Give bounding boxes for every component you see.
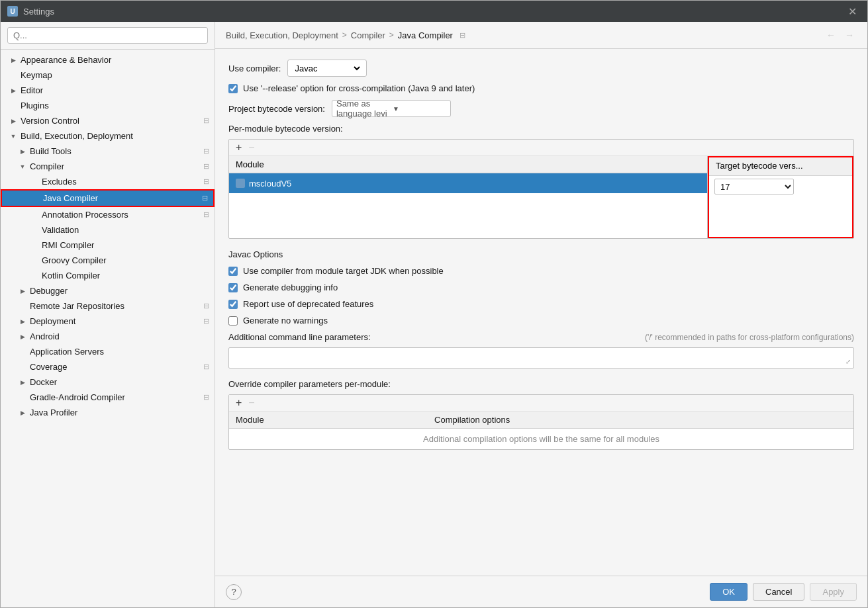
settings-icon: ⊟ [203,302,209,310]
override-section-title: Override compiler parameters per-module: [228,379,854,389]
opt1-checkbox[interactable] [228,267,238,276]
opt4-row: Generate no warnings [228,316,854,326]
sidebar-item-groovycompiler[interactable]: ▶ Groovy Compiler [1,253,215,268]
bytecode-version-dropdown[interactable]: Same as language levi ▼ [332,100,451,117]
module-icon [236,179,245,188]
breadcrumb-settings-icon: ⊟ [459,31,465,40]
opt2-checkbox[interactable] [228,283,238,292]
target-column: Target bytecode vers... 17 [708,156,853,238]
close-button[interactable]: ✕ [844,4,861,19]
arrow-icon: ▶ [18,408,27,417]
sidebar-item-appservers[interactable]: ▶ Application Servers [1,344,215,359]
target-empty-area [709,197,852,237]
remove-module-button[interactable]: − [247,142,256,153]
cmd-input-container: ⤢ [228,347,854,369]
bottom-buttons: OK Cancel Apply [710,583,857,601]
apply-button[interactable]: Apply [810,583,857,601]
use-compiler-label: Use compiler: [228,64,281,73]
cancel-button[interactable]: Cancel [753,583,804,601]
release-option-checkbox[interactable] [228,84,238,93]
settings-content: Use compiler: Javac Use '--release' opti… [215,49,867,576]
per-module-table-container: + − Module mscloudV5 [228,139,854,239]
main-content: ▶ Appearance & Behavior ▶ Keymap ▶ Edito… [1,22,867,607]
sidebar-item-rmicompiler[interactable]: ▶ RMI Compiler [1,238,215,253]
forward-button[interactable]: → [842,28,857,42]
arrow-icon: ▼ [9,132,18,141]
sidebar-item-build[interactable]: ▼ Build, Execution, Deployment [1,128,215,144]
sidebar-item-kotlincompiler[interactable]: ▶ Kotlin Compiler [1,268,215,283]
settings-icon: ⊟ [203,147,209,155]
breadcrumb-sep1: > [342,30,347,40]
sidebar-item-versioncontrol[interactable]: ▶ Version Control ⊟ [1,113,215,128]
sidebar-item-deployment[interactable]: ▶ Deployment ⊟ [1,314,215,329]
arrow-icon: ▼ [18,162,27,171]
sidebar-item-gradleandroid[interactable]: ▶ Gradle-Android Compiler ⊟ [1,390,215,405]
override-table: Module Compilation options Additional co… [229,412,853,449]
sidebar-item-appearance[interactable]: ▶ Appearance & Behavior [1,52,215,67]
app-icon: U [7,6,18,17]
arrow-icon: ▶ [9,116,18,126]
sidebar-item-javaprofiler[interactable]: ▶ Java Profiler [1,405,215,420]
opt3-row: Report use of deprecated features [228,299,854,309]
sidebar-item-editor[interactable]: ▶ Editor [1,83,215,98]
search-input[interactable] [7,27,208,44]
breadcrumb-bar: Build, Execution, Deployment > Compiler … [215,22,867,49]
opt3-checkbox[interactable] [228,300,238,309]
sidebar-item-plugins[interactable]: ▶ Plugins [1,98,215,113]
sidebar-item-annotationprocessors[interactable]: ▶ Annotation Processors ⊟ [1,207,215,222]
bottom-bar: ? OK Cancel Apply [215,576,867,607]
sidebar-item-android[interactable]: ▶ Android [1,329,215,344]
right-panel: Build, Execution, Deployment > Compiler … [215,22,867,607]
settings-icon: ⊟ [203,116,209,125]
add-override-button[interactable]: + [234,398,243,408]
compiler-select[interactable]: Javac [287,60,367,77]
arrow-icon: ▶ [18,378,27,387]
per-module-section-title: Per-module bytecode version: [228,124,854,134]
override-empty-row: Additional compilation options will be t… [229,429,853,450]
target-version-select[interactable]: 17 [714,179,794,195]
sidebar-item-docker[interactable]: ▶ Docker [1,374,215,390]
opt2-label: Generate debugging info [243,282,338,292]
title-bar-left: U Settings [7,6,54,17]
arrow-icon: ▶ [18,147,27,156]
additional-cmd-row: Additional command line parameters: ('/'… [228,332,854,342]
table-area: Module mscloudV5 Target bytecode vers... [229,156,853,238]
sidebar-item-debugger[interactable]: ▶ Debugger [1,283,215,298]
table-toolbar: + − [229,140,853,156]
compiler-dropdown[interactable]: Javac [292,63,362,74]
arrow-icon: ▶ [18,317,27,326]
opt4-checkbox[interactable] [228,316,238,326]
sidebar-item-compiler[interactable]: ▼ Compiler ⊟ [1,159,215,174]
module-row[interactable]: mscloudV5 [229,173,707,193]
settings-icon: ⊟ [203,210,209,219]
module-column: Module mscloudV5 [229,156,708,238]
sidebar-item-coverage[interactable]: ▶ Coverage ⊟ [1,359,215,374]
add-module-button[interactable]: + [234,142,243,153]
back-button[interactable]: ← [824,28,838,42]
override-empty-hint: Additional compilation options will be t… [229,429,853,450]
sidebar-item-excludes[interactable]: ▶ Excludes ⊟ [1,174,215,189]
sidebar: ▶ Appearance & Behavior ▶ Keymap ▶ Edito… [1,22,215,607]
bytecode-version-row: Project bytecode version: Same as langua… [228,100,854,117]
dialog-title: Settings [23,7,54,17]
dropdown-arrow-icon: ▼ [393,105,446,112]
override-options-col-header: Compilation options [428,412,853,429]
settings-icon: ⊟ [203,363,209,371]
expand-icon: ⤢ [845,358,851,365]
module-empty-area [229,193,707,233]
cmd-input[interactable] [229,348,853,368]
release-option-label: Use '--release' option for cross-compila… [243,83,475,93]
remove-override-button[interactable]: − [247,398,256,408]
arrow-icon: ▶ [18,286,27,296]
settings-icon: ⊟ [203,177,209,186]
sidebar-item-javacompiler[interactable]: ▶ Java Compiler ⊟ [1,189,215,207]
settings-dialog: U Settings ✕ ▶ Appearance & Behavior ▶ K… [0,0,868,608]
ok-button[interactable]: OK [710,583,747,601]
help-button[interactable]: ? [226,584,242,600]
sidebar-item-validation[interactable]: ▶ Validation [1,222,215,238]
javac-options-title: Javac Options [228,249,854,259]
additional-cmd-hint: ('/' recommended in paths for cross-plat… [645,333,854,342]
sidebar-item-keymap[interactable]: ▶ Keymap [1,67,215,83]
sidebar-item-buildtools[interactable]: ▶ Build Tools ⊟ [1,144,215,159]
sidebar-item-remotejar[interactable]: ▶ Remote Jar Repositories ⊟ [1,298,215,314]
